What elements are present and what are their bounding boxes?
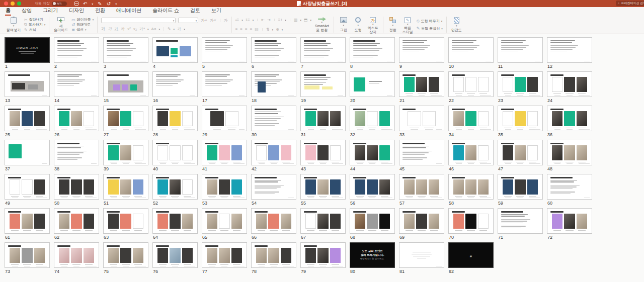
- slide-thumbnail[interactable]: [251, 242, 296, 268]
- slide-thumbnail[interactable]: [448, 174, 494, 200]
- slide-thumbnail[interactable]: [300, 174, 346, 200]
- text-position-button[interactable]: ⊕: [276, 27, 279, 32]
- slide-thumbnail[interactable]: [5, 106, 50, 131]
- slide-thumbnail[interactable]: [54, 106, 99, 131]
- new-slide-button[interactable]: ▾ 새 슬라이드: [53, 17, 69, 33]
- subscript-button[interactable]: x₂: [133, 27, 137, 31]
- slide-thumbnail[interactable]: [202, 71, 247, 97]
- slide-thumbnail[interactable]: [547, 71, 592, 97]
- italic-button[interactable]: 가: [108, 26, 112, 32]
- strikethrough-button[interactable]: 가: [121, 26, 125, 32]
- slide-thumbnail[interactable]: [399, 208, 444, 234]
- slide-thumbnail[interactable]: [399, 71, 444, 97]
- slide-thumbnail[interactable]: [54, 140, 99, 165]
- slide-thumbnail[interactable]: [498, 208, 543, 234]
- slide-thumbnail[interactable]: [300, 242, 346, 268]
- quick-styles-button[interactable]: ✎ ▾ 빠른 스타일: [401, 17, 414, 33]
- vertical-align-button[interactable]: ⇅: [266, 27, 270, 32]
- minimize-window-button[interactable]: [11, 2, 15, 6]
- slide-thumbnail[interactable]: [300, 140, 346, 165]
- slide-thumbnail[interactable]: [251, 174, 296, 200]
- change-case-button[interactable]: Aa: [151, 27, 156, 31]
- clear-formatting-button[interactable]: 가: [224, 18, 228, 23]
- shapes-button[interactable]: ▾ 도형: [352, 17, 364, 33]
- slide-thumbnail[interactable]: [300, 208, 346, 234]
- close-window-button[interactable]: [4, 2, 8, 6]
- section-button[interactable]: ≣섹션▾: [71, 27, 94, 32]
- slide-thumbnail[interactable]: [399, 140, 444, 165]
- toolbar-overflow-chevron[interactable]: ▾: [115, 2, 117, 6]
- undo-button[interactable]: ↶: [83, 1, 87, 7]
- ribbon-tab[interactable]: 전환: [95, 6, 106, 16]
- copy-button[interactable]: ⧉복사하기▾: [24, 22, 45, 27]
- numbering-button[interactable]: 1≡: [246, 18, 250, 22]
- repeat-button[interactable]: ↺: [107, 1, 111, 7]
- increase-font-button[interactable]: 가˄: [201, 18, 207, 23]
- slide-thumbnail[interactable]: [350, 37, 395, 63]
- slide-thumbnail[interactable]: [5, 208, 50, 234]
- slide-thumbnail[interactable]: [498, 37, 543, 63]
- slide-thumbnail[interactable]: [152, 106, 198, 131]
- slide-thumbnail[interactable]: [202, 242, 247, 268]
- highlight-pen-button[interactable]: ✎: [168, 27, 171, 31]
- sensitivity-button[interactable]: ▾ 민감도: [450, 17, 463, 33]
- slide-thumbnail[interactable]: [152, 140, 198, 165]
- shape-fill-button[interactable]: ◇도형 채우기▾: [417, 19, 443, 24]
- slide-thumbnail[interactable]: [547, 37, 592, 63]
- align-center-button[interactable]: ≡: [240, 27, 243, 32]
- slide-thumbnail[interactable]: [448, 37, 494, 63]
- slide-thumbnail[interactable]: [152, 71, 198, 97]
- character-spacing-button[interactable]: 가ᵃ: [139, 26, 145, 32]
- align-right-button[interactable]: ≡: [245, 27, 248, 32]
- slide-thumbnail[interactable]: [251, 140, 296, 165]
- textbox-button[interactable]: 가 ▾ 텍스트 상자: [367, 17, 379, 33]
- format-painter-button[interactable]: ✎서식: [24, 27, 45, 32]
- align-left-button[interactable]: ≡: [235, 27, 238, 32]
- slide-thumbnail[interactable]: 모든 글의 초안은원래 쓰레기입니다.헤밍웨이가 한 말이에요.: [350, 242, 395, 268]
- slide-thumbnail[interactable]: [54, 208, 99, 234]
- justify-button[interactable]: ≡: [250, 27, 253, 32]
- slide-thumbnail[interactable]: [448, 140, 494, 165]
- slide-thumbnail[interactable]: [498, 140, 543, 165]
- slide-thumbnail[interactable]: [103, 208, 148, 234]
- slide-thumbnail[interactable]: [5, 174, 50, 200]
- font-color-button[interactable]: 가: [177, 26, 181, 32]
- line-spacing-button[interactable]: ≡↕: [278, 18, 283, 22]
- slide-thumbnail[interactable]: [202, 174, 247, 200]
- ribbon-tab[interactable]: 삽입: [21, 6, 32, 16]
- slide-thumbnail[interactable]: [103, 174, 148, 200]
- slide-thumbnail[interactable]: [54, 71, 99, 97]
- decrease-font-button[interactable]: 가˅: [210, 18, 216, 23]
- zoom-window-button[interactable]: [17, 2, 21, 6]
- slide-thumbnail[interactable]: [5, 71, 50, 97]
- autosave-toggle[interactable]: 해제: [52, 2, 67, 6]
- slide-thumbnail[interactable]: [152, 174, 198, 200]
- slide-thumbnail[interactable]: [5, 140, 50, 165]
- save-icon[interactable]: [74, 2, 78, 6]
- slide-thumbnail[interactable]: [399, 37, 444, 63]
- ribbon-tab[interactable]: 그리기: [42, 6, 58, 16]
- text-direction-button[interactable]: ⬒: [304, 18, 308, 22]
- slide-thumbnail[interactable]: [103, 242, 148, 268]
- slide-thumbnail[interactable]: [251, 106, 296, 131]
- ribbon-tab[interactable]: 디자인: [68, 6, 85, 16]
- slide-thumbnail[interactable]: [547, 208, 592, 234]
- distribute-button[interactable]: ▤: [255, 27, 259, 32]
- slide-thumbnail[interactable]: [547, 174, 592, 200]
- underline-button[interactable]: 가: [114, 26, 118, 32]
- font-name-select[interactable]: ▾: [101, 18, 176, 23]
- slide-thumbnail[interactable]: [152, 242, 198, 268]
- slide-thumbnail[interactable]: [152, 208, 198, 234]
- slide-thumbnail[interactable]: [251, 71, 296, 97]
- slide-thumbnail[interactable]: [251, 208, 296, 234]
- ribbon-tab[interactable]: 슬라이드 쇼: [152, 6, 180, 16]
- slide-thumbnail[interactable]: [202, 37, 247, 63]
- slide-thumbnail[interactable]: [103, 71, 148, 97]
- superscript-button[interactable]: x²: [127, 27, 131, 31]
- slide-thumbnail[interactable]: [103, 140, 148, 165]
- slide-thumbnail[interactable]: [251, 37, 296, 63]
- ribbon-tab[interactable]: 검토: [190, 6, 201, 16]
- presentation-search-field[interactable]: ⌕ 프레젠테이션 검색: [616, 1, 644, 6]
- slide-thumbnail[interactable]: [103, 106, 148, 131]
- shape-outline-button[interactable]: ✎도형 윤곽선▾: [417, 26, 443, 31]
